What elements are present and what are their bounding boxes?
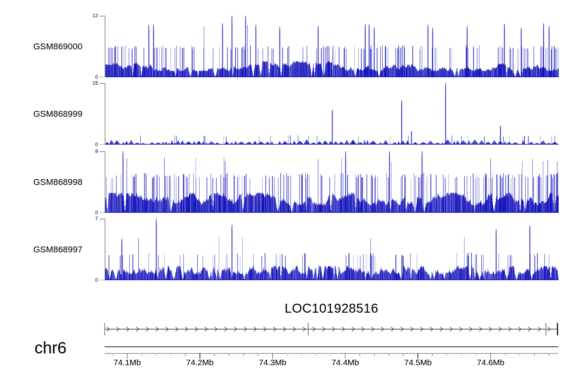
track-label: GSM868999: [33, 109, 82, 119]
axis-minor-tick: [287, 353, 288, 356]
axis-minor-tick: [388, 353, 389, 356]
track-label: GSM868997: [33, 245, 82, 255]
coverage-track-2: GSM868999 15 0: [0, 83, 588, 145]
axis-minor-tick: [142, 353, 142, 356]
axis-minor-tick: [229, 353, 229, 356]
axis-minor-tick: [519, 353, 520, 356]
y-axis-zero-label: 0: [87, 277, 98, 283]
axis-minor-tick: [403, 353, 404, 356]
track-label: GSM869000: [33, 42, 82, 52]
y-axis-max-label: 15: [87, 80, 98, 86]
axis-tick-label: 74.4Mb: [328, 358, 363, 367]
y-axis-top-tick: [100, 83, 105, 84]
y-axis-top-tick: [100, 219, 105, 219]
axis-minor-tick: [461, 353, 462, 356]
y-axis-max-label: 8: [87, 148, 98, 154]
axis-minor-tick: [548, 353, 549, 356]
coverage-track-1: GSM869000 12 0: [0, 16, 588, 77]
axis-minor-tick: [301, 353, 302, 356]
axis-tick-label: 74.1Mb: [109, 358, 145, 367]
axis-minor-tick: [374, 353, 375, 356]
gene-exon-mark: [545, 323, 546, 335]
y-axis-top-tick: [100, 151, 105, 152]
y-axis-zero-tick: [100, 77, 105, 78]
gene-name-title: LOC101928516: [105, 301, 558, 316]
y-axis-zero-tick: [100, 212, 105, 213]
axis-tick-label: 74.5Mb: [400, 358, 436, 367]
track-label: GSM868998: [33, 177, 82, 187]
axis-minor-tick: [359, 353, 360, 356]
axis-minor-tick: [330, 353, 331, 356]
axis-tick-label: 74.6Mb: [473, 358, 508, 367]
y-axis-zero-tick: [100, 280, 105, 281]
axis-range-line: [105, 346, 558, 347]
y-axis-zero-tick: [100, 144, 105, 145]
axis-minor-tick: [432, 353, 433, 356]
axis-minor-tick: [243, 353, 244, 356]
y-axis-zero-label: 0: [87, 210, 98, 216]
axis-minor-tick: [476, 353, 477, 356]
gene-model-track: [104, 321, 559, 339]
axis-minor-tick: [316, 353, 317, 356]
y-axis-zero-label: 0: [87, 141, 98, 148]
chromosome-label: chr6: [34, 339, 67, 357]
y-axis-max-label: 7: [87, 216, 98, 222]
axis-minor-tick: [156, 353, 157, 356]
axis-minor-tick: [258, 353, 258, 356]
genome-browser-figure: GSM869000 12 0 GSM868999 15 0 GSM868998 …: [0, 0, 588, 384]
gene-exon-mark: [557, 323, 558, 335]
coverage-track-3: GSM868998 8 0: [0, 151, 588, 213]
axis-minor-tick: [214, 353, 215, 356]
coverage-signal: [105, 219, 559, 280]
gene-exon-mark: [104, 323, 105, 335]
y-axis-max-label: 12: [87, 13, 98, 19]
coverage-track-4: GSM868997 7 0: [0, 219, 588, 280]
gene-exon-mark: [308, 323, 309, 335]
coverage-signal: [105, 151, 559, 213]
axis-minor-tick: [171, 353, 171, 356]
y-axis-zero-label: 0: [87, 74, 98, 80]
axis-minor-tick: [534, 353, 535, 356]
axis-minor-tick: [113, 353, 113, 356]
axis-minor-tick: [505, 353, 506, 356]
y-axis-top-tick: [100, 16, 105, 16]
axis-tick-label: 74.3Mb: [255, 358, 290, 367]
axis-tick-label: 74.2Mb: [182, 358, 218, 367]
axis-minor-tick: [447, 353, 448, 356]
coverage-signal: [105, 16, 559, 77]
axis-minor-tick: [185, 353, 186, 356]
coverage-signal: [105, 83, 559, 145]
